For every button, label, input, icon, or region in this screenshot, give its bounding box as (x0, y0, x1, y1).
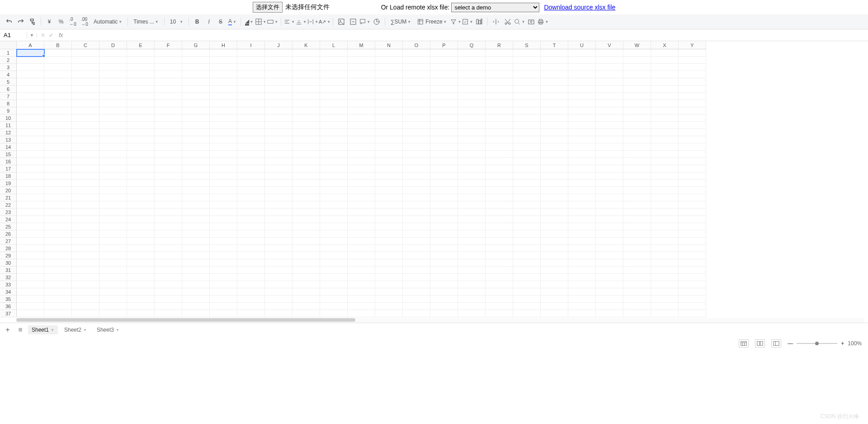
cell[interactable] (127, 129, 155, 136)
cell[interactable] (292, 158, 320, 165)
cell[interactable] (320, 288, 348, 295)
cell[interactable] (403, 238, 430, 245)
cell[interactable] (679, 86, 706, 93)
zoom-in-button[interactable]: + (841, 340, 844, 347)
cell[interactable] (513, 245, 541, 252)
cell[interactable] (348, 238, 375, 245)
cell[interactable] (210, 288, 237, 295)
cell[interactable] (568, 158, 596, 165)
cell[interactable] (375, 136, 403, 143)
cell[interactable] (568, 310, 596, 317)
cell[interactable] (44, 107, 72, 114)
cell[interactable] (486, 230, 513, 238)
cell[interactable] (44, 245, 72, 252)
column-header[interactable]: J (265, 41, 292, 49)
cell[interactable] (430, 303, 458, 310)
cell[interactable] (182, 187, 210, 194)
cell[interactable] (679, 93, 706, 100)
cell[interactable] (541, 267, 568, 274)
column-header[interactable]: Y (679, 41, 706, 49)
cell[interactable] (155, 288, 182, 295)
cell[interactable] (237, 187, 265, 194)
cell[interactable] (403, 180, 430, 187)
cell[interactable] (72, 209, 99, 216)
cell[interactable] (513, 274, 541, 281)
cell[interactable] (265, 107, 292, 114)
cell[interactable] (458, 136, 486, 143)
cell[interactable] (651, 151, 679, 158)
choose-file-button[interactable]: 选择文件 (253, 2, 283, 13)
cell[interactable] (679, 78, 706, 86)
cell[interactable] (320, 71, 348, 78)
cell[interactable] (237, 288, 265, 295)
cell[interactable] (430, 259, 458, 267)
cell[interactable] (651, 216, 679, 223)
cell[interactable] (486, 100, 513, 107)
zoom-level[interactable]: 100% (848, 340, 862, 347)
cell[interactable] (375, 86, 403, 93)
cell[interactable] (237, 238, 265, 245)
cell[interactable] (513, 303, 541, 310)
cell[interactable] (348, 78, 375, 86)
cell[interactable] (596, 209, 623, 216)
zoom-out-button[interactable]: — (788, 340, 793, 347)
cell[interactable] (237, 114, 265, 122)
cell[interactable] (155, 259, 182, 267)
cell[interactable] (403, 259, 430, 267)
formula-input[interactable] (66, 32, 868, 38)
cell[interactable] (430, 93, 458, 100)
cell[interactable] (348, 122, 375, 129)
cell[interactable] (348, 274, 375, 281)
cell[interactable] (375, 223, 403, 230)
cell[interactable] (155, 209, 182, 216)
cell[interactable] (72, 86, 99, 93)
cell[interactable] (430, 49, 458, 57)
cell[interactable] (623, 281, 651, 288)
cell[interactable] (651, 107, 679, 114)
cell[interactable] (210, 71, 237, 78)
cell[interactable] (623, 136, 651, 143)
column-header[interactable]: W (623, 41, 651, 49)
cell[interactable] (99, 209, 127, 216)
cell[interactable] (651, 158, 679, 165)
cell[interactable] (403, 86, 430, 93)
cell[interactable] (651, 143, 679, 151)
add-sheet-button[interactable]: + (3, 325, 13, 335)
cell[interactable] (430, 187, 458, 194)
cell[interactable] (182, 274, 210, 281)
cell[interactable] (623, 216, 651, 223)
cell[interactable] (72, 165, 99, 172)
cell[interactable] (182, 238, 210, 245)
cell[interactable] (237, 165, 265, 172)
cell[interactable] (679, 129, 706, 136)
cell[interactable] (375, 172, 403, 180)
cell[interactable] (99, 216, 127, 223)
cell[interactable] (430, 172, 458, 180)
cell[interactable] (292, 223, 320, 230)
cell[interactable] (623, 158, 651, 165)
cell[interactable] (596, 245, 623, 252)
cell[interactable] (430, 201, 458, 209)
cell[interactable] (486, 78, 513, 86)
cell[interactable] (292, 143, 320, 151)
cell[interactable] (292, 100, 320, 107)
cell[interactable] (155, 310, 182, 317)
cancel-formula-icon[interactable]: ✕ (41, 32, 45, 38)
cell[interactable] (541, 274, 568, 281)
cell[interactable] (99, 295, 127, 303)
cell[interactable] (320, 223, 348, 230)
cell[interactable] (513, 310, 541, 317)
cell[interactable] (679, 158, 706, 165)
cell[interactable] (623, 288, 651, 295)
cell[interactable] (44, 267, 72, 274)
cell[interactable] (348, 93, 375, 100)
cell[interactable] (679, 114, 706, 122)
row-header[interactable]: 14 (0, 143, 17, 151)
cell[interactable] (623, 100, 651, 107)
sheet-tab-menu-icon[interactable]: ▼ (51, 328, 54, 332)
cell[interactable] (44, 303, 72, 310)
cell[interactable] (651, 230, 679, 238)
cell[interactable] (265, 64, 292, 71)
cell[interactable] (375, 143, 403, 151)
cell[interactable] (403, 310, 430, 317)
